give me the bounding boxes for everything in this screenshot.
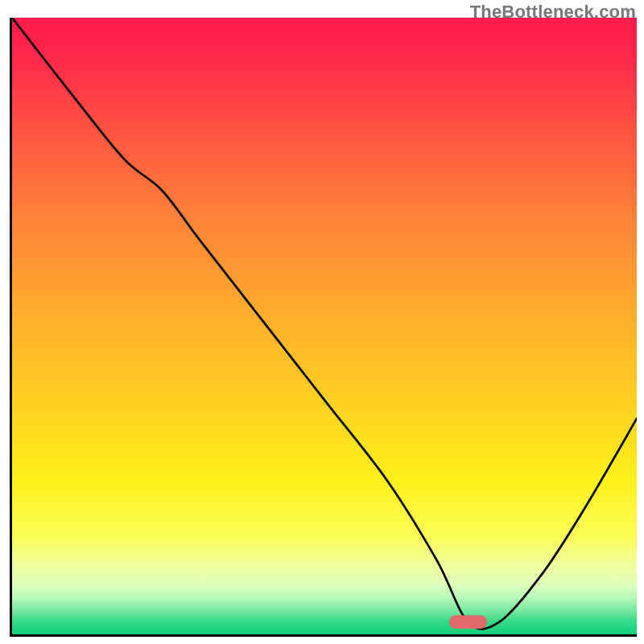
plot-axes: [10, 18, 637, 637]
chart-frame: TheBottleneck.com: [0, 0, 644, 644]
watermark-attribution: TheBottleneck.com: [470, 2, 636, 23]
